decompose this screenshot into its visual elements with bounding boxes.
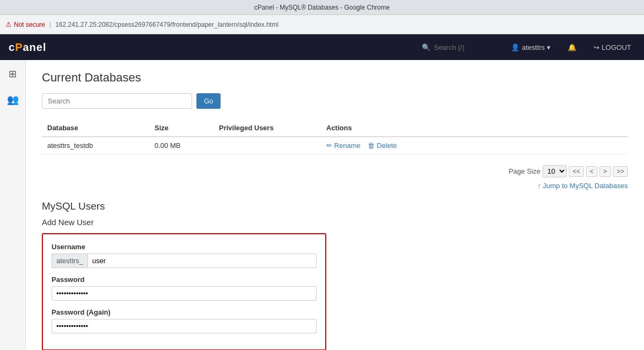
- db-name-cell: atesttrs_testdb: [42, 137, 149, 154]
- cpanel-navbar: cPanel 🔍 👤 atesttrs ▾ 🔔 ↪ LOGOUT: [0, 34, 644, 60]
- sidebar-users-icon[interactable]: 👥: [4, 91, 21, 108]
- nav-search-input[interactable]: [434, 43, 498, 51]
- address-url: 162.241.27.25:2082/cpsess2697667479/fron…: [55, 21, 279, 28]
- prev-page-btn[interactable]: <: [586, 166, 597, 177]
- go-button[interactable]: Go: [196, 93, 221, 109]
- password-label: Password: [52, 275, 317, 284]
- logout-icon: ↪: [594, 43, 599, 51]
- col-header-users: Privileged Users: [214, 120, 321, 137]
- col-header-size: Size: [149, 120, 214, 137]
- chevron-down-icon: ▾: [547, 43, 551, 51]
- col-header-actions: Actions: [321, 120, 628, 137]
- password-input[interactable]: [52, 286, 317, 301]
- rename-link[interactable]: ✏ Rename: [326, 142, 361, 150]
- sidebar: ⊞ 👥: [0, 60, 26, 350]
- pagination-row: Page Size 10 25 50 << < > >>: [42, 165, 628, 177]
- browser-title-bar: cPanel - MySQL® Databases - Google Chrom…: [0, 0, 644, 15]
- search-icon: 🔍: [422, 43, 430, 51]
- delete-link[interactable]: 🗑 Delete: [368, 142, 397, 150]
- table-row: atesttrs_testdb 0.00 MB ✏ Rename 🗑 Delet…: [42, 137, 628, 154]
- password-again-input[interactable]: [52, 319, 317, 333]
- jump-link-row: ↑ Jump to MySQL Databases: [42, 182, 628, 190]
- not-secure-indicator: ⚠ Not secure | 162.241.27.25:2082/cpsess…: [5, 20, 279, 28]
- warning-icon: ⚠: [5, 20, 12, 28]
- username-label: Username: [52, 243, 317, 251]
- col-header-database: Database: [42, 120, 149, 137]
- add-user-form: Username atesttrs_ Password Password (Ag…: [42, 233, 326, 350]
- password-again-group: Password (Again): [52, 308, 317, 333]
- not-secure-text: Not secure: [14, 21, 45, 28]
- sidebar-grid-icon[interactable]: ⊞: [4, 65, 21, 83]
- password-group: Password: [52, 275, 317, 301]
- next-page-btn[interactable]: >: [599, 166, 611, 177]
- username-input[interactable]: [87, 254, 317, 268]
- databases-table: Database Size Privileged Users Actions a…: [42, 120, 628, 154]
- page-title: Current Databases: [42, 71, 628, 85]
- bell-icon: 🔔: [568, 43, 576, 51]
- username-group: Username atesttrs_: [52, 243, 317, 268]
- nav-username: atesttrs: [522, 43, 545, 51]
- nav-search-area[interactable]: 🔍: [422, 43, 498, 51]
- nav-user-menu[interactable]: 👤 atesttrs ▾: [507, 43, 555, 51]
- add-new-user-title: Add New User: [42, 218, 628, 227]
- mysql-users-title: MySQL Users: [42, 200, 628, 212]
- first-page-btn[interactable]: <<: [569, 166, 584, 177]
- browser-title: cPanel - MySQL® Databases - Google Chrom…: [254, 4, 390, 11]
- search-input[interactable]: [42, 93, 192, 109]
- browser-address-bar: ⚠ Not secure | 162.241.27.25:2082/cpsess…: [0, 15, 644, 34]
- username-prefix: atesttrs_: [52, 254, 87, 268]
- nav-notifications[interactable]: 🔔: [564, 43, 581, 51]
- logout-label: LOGOUT: [602, 43, 631, 51]
- password-again-label: Password (Again): [52, 308, 317, 316]
- main-layout: ⊞ 👥 Current Databases Go Database Size P…: [0, 60, 644, 350]
- last-page-btn[interactable]: >>: [613, 166, 628, 177]
- address-separator: |: [49, 21, 51, 28]
- page-size-select[interactable]: 10 25 50: [543, 165, 567, 177]
- db-size-cell: 0.00 MB: [149, 137, 214, 154]
- username-input-row: atesttrs_: [52, 254, 317, 268]
- cpanel-logo: cPanel: [9, 41, 47, 54]
- page-size-label: Page Size: [509, 167, 540, 175]
- search-row: Go: [42, 93, 628, 109]
- nav-logout[interactable]: ↪ LOGOUT: [589, 43, 635, 51]
- main-content: Current Databases Go Database Size Privi…: [26, 60, 644, 350]
- jump-to-mysql-link[interactable]: ↑ Jump to MySQL Databases: [537, 182, 628, 190]
- db-actions-cell: ✏ Rename 🗑 Delete: [321, 137, 628, 154]
- user-icon: 👤: [511, 43, 519, 51]
- db-users-cell: [214, 137, 321, 154]
